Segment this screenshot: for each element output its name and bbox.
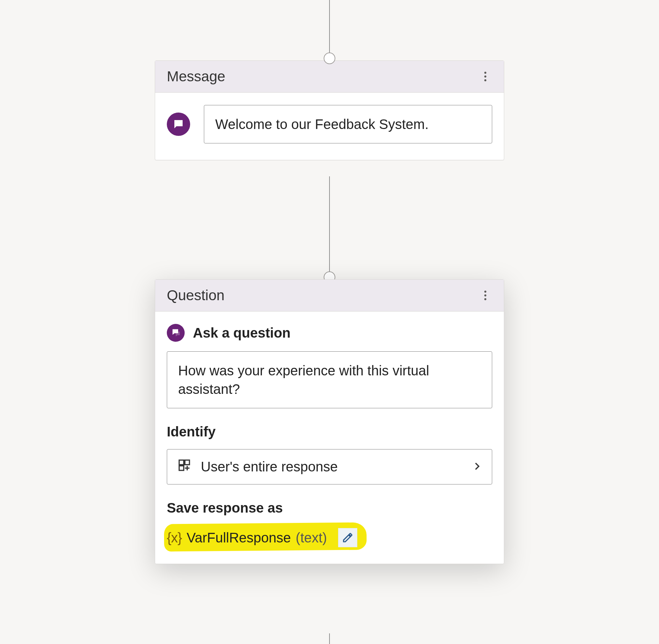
- question-node-body: Ask a question How was your experience w…: [155, 312, 504, 564]
- node-add-handle-top[interactable]: [324, 52, 335, 64]
- message-node-title: Message: [167, 68, 225, 85]
- message-node-header[interactable]: Message: [155, 61, 504, 93]
- chevron-right-icon: [472, 459, 482, 475]
- message-node-body: Welcome to our Feedback System.: [155, 93, 504, 160]
- identify-label: Identify: [167, 424, 492, 440]
- svg-rect-2: [179, 466, 184, 470]
- edit-variable-button[interactable]: [338, 528, 357, 547]
- identify-value: User's entire response: [201, 459, 338, 475]
- message-node-more-button[interactable]: [478, 70, 492, 83]
- svg-rect-0: [179, 460, 184, 465]
- question-node-header[interactable]: Question: [155, 280, 504, 312]
- identify-select[interactable]: User's entire response: [167, 449, 492, 484]
- variable-row: {x} VarFullResponse (text): [167, 528, 492, 547]
- question-node[interactable]: Question Ask a question How was your exp…: [155, 279, 504, 564]
- connector-line-mid: [329, 176, 330, 276]
- question-heading-row: Ask a question: [167, 324, 492, 342]
- variable-name: VarFullResponse: [187, 530, 291, 546]
- question-node-title: Question: [167, 287, 224, 304]
- connector-line-bottom: [329, 633, 330, 644]
- entity-icon: [177, 458, 191, 475]
- variable-braces-icon: {x}: [167, 530, 182, 546]
- connector-line-top: [329, 0, 330, 56]
- authoring-canvas[interactable]: Message Welcome to our Feedback System. …: [0, 0, 659, 644]
- variable-chip[interactable]: {x} VarFullResponse (text): [167, 530, 327, 546]
- question-heading-label: Ask a question: [193, 325, 291, 341]
- save-response-label: Save response as: [167, 500, 492, 516]
- variable-type: (text): [296, 530, 327, 546]
- chat-icon: [167, 113, 190, 136]
- question-node-more-button[interactable]: [478, 289, 492, 302]
- svg-rect-1: [185, 460, 189, 465]
- question-icon: [167, 324, 185, 342]
- message-node[interactable]: Message Welcome to our Feedback System.: [155, 60, 504, 160]
- message-text-input[interactable]: Welcome to our Feedback System.: [204, 105, 492, 143]
- question-text-input[interactable]: How was your experience with this virtua…: [167, 351, 492, 408]
